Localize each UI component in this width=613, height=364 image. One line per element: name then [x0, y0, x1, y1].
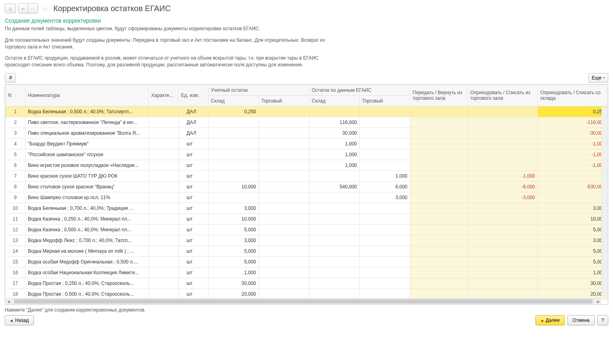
back-nav-button[interactable]: ← — [19, 4, 28, 13]
cell-transfer-return[interactable] — [410, 192, 468, 203]
back-button[interactable]: Назад — [5, 315, 34, 325]
cell-post-writeoff-hall[interactable] — [468, 278, 538, 288]
col-sub-torg-2[interactable]: Торговый — [360, 95, 410, 106]
table-row[interactable]: 3Пиво специальное ароматизированное "Вол… — [6, 128, 608, 138]
table-row[interactable]: 16Водка особая Национальная Коллекция Ли… — [6, 267, 608, 278]
table-row[interactable]: 15Водка особая Медофф Оригинальная ; 0,5… — [6, 256, 608, 267]
cell-post-writeoff-hall[interactable] — [468, 203, 538, 213]
col-header-unit[interactable]: Ед. изм. — [179, 85, 208, 106]
cancel-button[interactable]: Отмена — [567, 315, 595, 325]
cell-post-writeoff-hall[interactable]: -3,000 — [468, 192, 538, 203]
cell-post-writeoff-warehouse[interactable]: -1,000 — [538, 160, 608, 170]
cell-transfer-return[interactable] — [410, 256, 468, 267]
cell-transfer-return[interactable] — [410, 138, 468, 149]
cell-post-writeoff-hall[interactable] — [468, 117, 538, 128]
cell-n: 7 — [6, 170, 25, 181]
cell-post-writeoff-warehouse[interactable]: -116,000 — [538, 117, 608, 128]
col-header-post-writeoff-hall[interactable]: Оприходовать / Списать из торгового зала — [468, 85, 538, 106]
table-row[interactable]: 11Водка Казенка ; 0,250 л.; 40,0%; Минер… — [6, 213, 608, 224]
cell-post-writeoff-hall[interactable] — [468, 256, 538, 267]
cell-post-writeoff-hall[interactable] — [468, 267, 538, 278]
col-header-accounting-balance[interactable]: Учетный остаток — [208, 85, 309, 95]
cell-transfer-return[interactable] — [410, 149, 468, 160]
col-sub-sklad-1[interactable]: Склад — [208, 95, 259, 106]
cell-post-writeoff-hall[interactable] — [468, 224, 538, 235]
col-header-post-writeoff-warehouse[interactable]: Оприходовать / Списать со склада — [538, 85, 608, 106]
cell-transfer-return[interactable] — [410, 160, 468, 170]
cell-transfer-return[interactable] — [410, 235, 468, 246]
cell-post-writeoff-warehouse[interactable]: 30,000 — [538, 278, 608, 288]
cell-post-writeoff-warehouse[interactable]: 3,000 — [538, 235, 608, 246]
cell-transfer-return[interactable] — [410, 267, 468, 278]
col-header-egais-balance[interactable]: Остаток по данным ЕГАИС — [309, 85, 410, 95]
col-sub-sklad-2[interactable]: Склад — [309, 95, 360, 106]
cell-post-writeoff-warehouse[interactable]: 10,000 — [538, 213, 608, 224]
cell-post-writeoff-hall[interactable] — [468, 235, 538, 246]
table-row[interactable]: 5"Российское шампанское" п/сухоешт1,000-… — [6, 149, 608, 160]
cell-post-writeoff-hall[interactable] — [468, 160, 538, 170]
cell-post-writeoff-warehouse[interactable]: 5,000 — [538, 246, 608, 256]
cell-transfer-return[interactable] — [410, 128, 468, 138]
col-header-nomenclature[interactable]: Номенклатура — [25, 85, 149, 106]
cell-post-writeoff-warehouse[interactable]: -530,000 — [538, 181, 608, 192]
home-button[interactable]: ⌂ — [5, 4, 16, 13]
cell-post-writeoff-hall[interactable] — [468, 213, 538, 224]
cell-post-writeoff-warehouse[interactable]: 0,250 — [538, 106, 608, 117]
vertical-scrollbar[interactable] — [601, 107, 608, 297]
help-button[interactable]: ? — [597, 315, 608, 325]
data-grid[interactable]: N Номенклатура Характе... Ед. изм. Учетн… — [5, 84, 608, 305]
cell-transfer-return[interactable] — [410, 170, 468, 181]
cell-post-writeoff-warehouse[interactable]: -30,000 — [538, 128, 608, 138]
next-button[interactable]: Далее — [535, 315, 565, 325]
table-row[interactable]: 8Вино столовое сухое красное "Вранац"шт1… — [6, 181, 608, 192]
cell-post-writeoff-hall[interactable] — [468, 106, 538, 117]
cell-post-writeoff-warehouse[interactable]: -1,000 — [538, 138, 608, 149]
cell-post-writeoff-warehouse[interactable] — [538, 192, 608, 203]
scroll-thumb[interactable] — [14, 299, 593, 304]
scroll-left-icon[interactable]: ◀ — [5, 298, 12, 305]
table-row[interactable]: 1Водка Беленькая ; 0,500 л.; 40,0%; Татс… — [6, 106, 608, 117]
table-row[interactable]: 7Вино красное сухое ШАТО ТУР ДЮ РОКшт1,0… — [6, 170, 608, 181]
cell-post-writeoff-hall[interactable] — [468, 246, 538, 256]
table-row[interactable]: 12Водка Казенка ; 0,500 л.; 40,0%; Минер… — [6, 224, 608, 235]
expand-collapse-button[interactable]: ⇵ — [5, 73, 16, 83]
cell-post-writeoff-hall[interactable]: -1,000 — [468, 170, 538, 181]
table-row[interactable]: 4"Боардс Вердикт Премиум"шт1,000-1,000 — [6, 138, 608, 149]
col-header-transfer-return[interactable]: Передать / Вернуть из торгового зала — [410, 85, 468, 106]
favorite-star-icon[interactable]: ☆ — [42, 5, 48, 12]
cell-post-writeoff-warehouse[interactable]: 1,000 — [538, 267, 608, 278]
cell-post-writeoff-hall[interactable] — [468, 149, 538, 160]
cell-post-writeoff-warehouse[interactable]: 3,000 — [538, 203, 608, 213]
cell-transfer-return[interactable] — [410, 224, 468, 235]
col-sub-torg-1[interactable]: Торговый — [259, 95, 309, 106]
cell-post-writeoff-warehouse[interactable]: 5,000 — [538, 256, 608, 267]
table-row[interactable]: 9Вино Шампрео столовое кр.псл, 11%шт3,00… — [6, 192, 608, 203]
cell-transfer-return[interactable] — [410, 278, 468, 288]
table-row[interactable]: 13Водка Медофф Люкс ; 0,700 л.; 40,0%; Т… — [6, 235, 608, 246]
cell-post-writeoff-warehouse[interactable]: 5,000 — [538, 224, 608, 235]
cell-transfer-return[interactable] — [410, 246, 468, 256]
cell-transfer-return[interactable] — [410, 106, 468, 117]
table-row[interactable]: 10Водка Беленькая ; 0,700 л.; 40,0%; Тра… — [6, 203, 608, 213]
cell-characteristic — [149, 170, 179, 181]
horizontal-scrollbar[interactable]: ◀ ▶ — [5, 298, 601, 304]
cell-post-writeoff-warehouse[interactable] — [538, 170, 608, 181]
col-header-n[interactable]: N — [6, 85, 25, 106]
cell-post-writeoff-hall[interactable] — [468, 138, 538, 149]
cell-characteristic — [149, 149, 179, 160]
cell-transfer-return[interactable] — [410, 117, 468, 128]
cell-post-writeoff-hall[interactable]: -6,000 — [468, 181, 538, 192]
cell-transfer-return[interactable] — [410, 213, 468, 224]
table-row[interactable]: 6Вино игристое розовое полусладкое «Насл… — [6, 160, 608, 170]
more-menu-button[interactable]: Еще▾ — [588, 73, 608, 83]
col-header-characteristic[interactable]: Характе... — [149, 85, 179, 106]
scroll-right-icon[interactable]: ▶ — [595, 298, 601, 305]
table-row[interactable]: 14Водка Мерная на молоке ( Mernaya on mi… — [6, 246, 608, 256]
cell-transfer-return[interactable] — [410, 203, 468, 213]
forward-nav-button[interactable]: → — [28, 4, 38, 13]
table-row[interactable]: 17Водка Простая ; 0,250 л.; 40,0%; Старо… — [6, 278, 608, 288]
table-row[interactable]: 2Пиво светлое, пастеризованное "Легенда"… — [6, 117, 608, 128]
cell-post-writeoff-hall[interactable] — [468, 128, 538, 138]
cell-transfer-return[interactable] — [410, 181, 468, 192]
cell-post-writeoff-warehouse[interactable]: -1,000 — [538, 149, 608, 160]
